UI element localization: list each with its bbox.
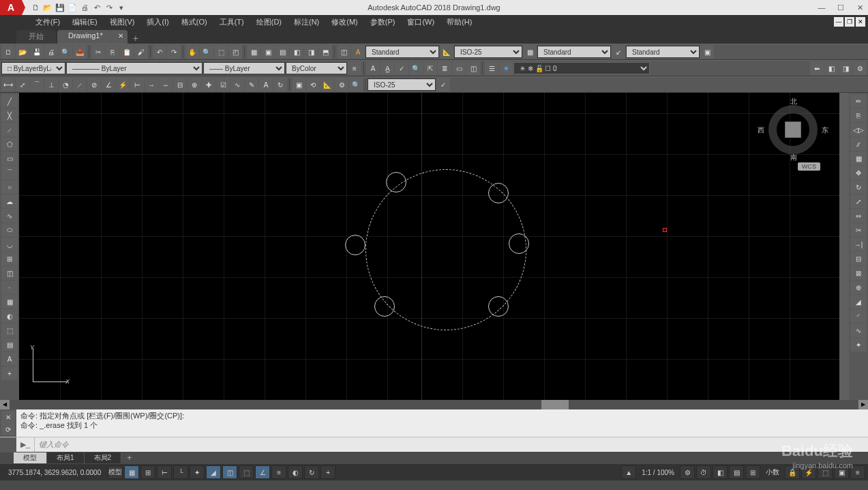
status-anno2-btn[interactable]: ◧ [713, 465, 728, 479]
text-a-icon[interactable]: A [366, 61, 380, 75]
save-icon[interactable]: 💾 [55, 2, 65, 13]
tb-misc2-icon[interactable]: ▣ [261, 45, 275, 59]
break-point-icon[interactable]: ⊟ [850, 252, 867, 265]
dim-style-icon[interactable]: 📐 [440, 45, 453, 59]
dimstyle-icon[interactable]: 📐 [320, 78, 334, 91]
menu-file[interactable]: 文件(F) [30, 16, 65, 29]
tb-misc4-icon[interactable]: ◧ [290, 45, 303, 59]
wcs-badge[interactable]: WCS [798, 162, 820, 171]
redo2-icon[interactable]: ↷ [167, 45, 181, 59]
menu-draw[interactable]: 绘图(D) [251, 16, 287, 29]
open-icon[interactable]: 📂 [42, 2, 53, 13]
viewcube-face[interactable] [785, 121, 801, 138]
layer-off-icon[interactable]: ◨ [839, 61, 852, 75]
preview-icon[interactable]: 🔍 [59, 45, 72, 59]
dim-arc-icon[interactable]: ⌒ [30, 78, 44, 91]
paste-icon[interactable]: 📋 [120, 45, 134, 59]
menu-insert[interactable]: 插入(I) [141, 16, 174, 29]
small-circle-6[interactable] [488, 296, 509, 317]
status-model-btn[interactable]: 模型 [108, 465, 123, 479]
point-tool-icon[interactable]: · [1, 280, 18, 294]
field-icon[interactable]: ▭ [452, 61, 466, 75]
layer-state-icon[interactable]: ☀ [499, 61, 513, 75]
dim-style-select[interactable]: ISO-25 [454, 46, 522, 58]
scale-tool-icon[interactable]: ⤢ [850, 194, 867, 208]
dim-edit-icon[interactable]: ✎ [245, 78, 258, 91]
ellipse-tool-icon[interactable]: ⬭ [1, 223, 18, 237]
command-input[interactable]: 键入命令 [35, 439, 868, 450]
dim-tool-icon[interactable]: ⚙ [335, 78, 348, 91]
break-tool-icon[interactable]: ⊠ [850, 266, 867, 280]
status-perf-btn[interactable]: ⏱ [696, 465, 711, 479]
dim-style-apply-icon[interactable]: ✓ [436, 78, 450, 91]
prop-list-icon[interactable]: ≡ [348, 61, 361, 75]
text-style-select[interactable]: Standard [365, 46, 439, 58]
tolerance-icon[interactable]: ⊕ [188, 78, 201, 91]
pan-icon[interactable]: ✋ [185, 45, 199, 59]
status-dyn-btn[interactable]: + [320, 465, 335, 479]
layout-add-button[interactable]: + [121, 452, 137, 463]
match-prop-icon[interactable]: 🖌 [134, 45, 148, 59]
status-scale[interactable]: 1:1 / 100% [638, 469, 678, 476]
center-mark-icon[interactable]: ✚ [202, 78, 215, 91]
menu-param[interactable]: 参数(P) [365, 16, 401, 29]
trim-tool-icon[interactable]: ✂ [850, 223, 867, 237]
small-circle-5[interactable] [374, 296, 395, 317]
dim-break-icon[interactable]: ⊟ [173, 78, 187, 91]
status-osnap-btn[interactable]: ◫ [222, 465, 237, 479]
addsel-tool-icon[interactable]: + [1, 366, 18, 380]
dim-baseline-icon[interactable]: ⊢ [130, 78, 144, 91]
tab-start[interactable]: 开始 [16, 30, 56, 44]
dim-radius-icon[interactable]: ◔ [59, 78, 72, 91]
spell-icon[interactable]: ✓ [395, 61, 408, 75]
layout-tab-model[interactable]: 模型 [14, 452, 47, 463]
stretch-tool-icon[interactable]: ⇔ [850, 209, 867, 222]
scroll-right-icon[interactable]: ▶ [858, 400, 868, 409]
layout-tab-2[interactable]: 布局2 [85, 452, 122, 463]
erase-tool-icon[interactable]: ✏ [850, 94, 867, 108]
array-tool-icon[interactable]: ▦ [850, 152, 867, 165]
undo2-icon[interactable]: ↶ [153, 45, 166, 59]
layer-mgr-icon[interactable]: ☰ [485, 61, 498, 75]
app-logo[interactable]: A [0, 0, 22, 15]
cmd-recent-icon[interactable]: ⟳ [1, 423, 15, 435]
publish-icon[interactable]: 📤 [73, 45, 87, 59]
menu-window[interactable]: 窗口(W) [402, 16, 440, 29]
menu-format[interactable]: 格式(O) [176, 16, 213, 29]
tb-misc5-icon[interactable]: ◨ [304, 45, 318, 59]
menu-edit[interactable]: 编辑(E) [67, 16, 103, 29]
gradient-tool-icon[interactable]: ◐ [1, 309, 18, 323]
region-tool-icon[interactable]: ⬚ [1, 323, 18, 337]
new-file-icon[interactable]: 🗋 [1, 45, 15, 59]
chamfer-tool-icon[interactable]: ◢ [850, 295, 867, 308]
polygon-tool-icon[interactable]: ⬠ [1, 137, 18, 151]
cmd-prefix[interactable]: ▶_ [16, 437, 35, 452]
lineweight-select[interactable]: —— ByLayer [203, 62, 285, 74]
find-icon[interactable]: 🔍 [409, 61, 423, 75]
tb-misc6-icon[interactable]: ⬒ [318, 45, 332, 59]
scale-icon[interactable]: ⇱ [423, 61, 437, 75]
menu-tools[interactable]: 工具(T) [214, 16, 250, 29]
tab-close-icon[interactable]: ✕ [118, 32, 123, 40]
dim-aligned-icon[interactable]: ⤢ [16, 78, 29, 91]
drawing-canvas[interactable]: X Y 北 南 西 东 WCS [19, 93, 849, 400]
move-tool-icon[interactable]: ✥ [850, 166, 867, 179]
dim-update-icon[interactable]: ↻ [273, 78, 287, 91]
arc-tool-icon[interactable]: ⌒ [1, 166, 18, 179]
status-cycle-btn[interactable]: ↻ [304, 465, 319, 479]
open-file-icon[interactable]: 📂 [16, 45, 29, 59]
compass-east[interactable]: 东 [822, 126, 828, 135]
dim-space-icon[interactable]: ↔ [159, 78, 173, 91]
status-grid-btn[interactable]: ▦ [124, 465, 139, 479]
ellipse-arc-icon[interactable]: ◡ [1, 237, 18, 251]
layer-iso-icon[interactable]: ◧ [824, 61, 838, 75]
menu-view[interactable]: 视图(V) [104, 16, 140, 29]
join-tool-icon[interactable]: ⊕ [850, 280, 867, 294]
dim-linear-icon[interactable]: ⟷ [1, 78, 15, 91]
dim-override-icon[interactable]: ▣ [292, 78, 305, 91]
small-circle-1[interactable] [386, 172, 406, 192]
menu-help[interactable]: 帮助(H) [441, 16, 477, 29]
insert-block-icon[interactable]: ⊞ [1, 252, 18, 265]
compass-west[interactable]: 西 [758, 126, 764, 135]
dim-text-edit-icon[interactable]: A [259, 78, 273, 91]
